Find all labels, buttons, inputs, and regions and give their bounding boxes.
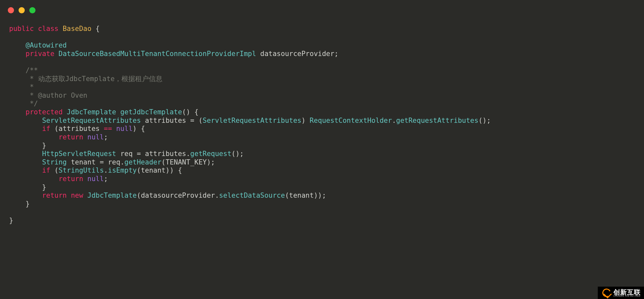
paren: ( <box>161 158 166 166</box>
type: DataSourceBasedMultiTenantConnectionProv… <box>59 50 256 58</box>
code-window: public class BaseDao { @Autowired privat… <box>0 0 644 299</box>
paren: (tenant)) { <box>137 166 182 174</box>
identifier: req <box>120 150 133 158</box>
brand-icon <box>602 289 611 297</box>
method-call: selectDataSource <box>219 192 285 199</box>
paren: (datasourceProvider. <box>137 192 219 199</box>
type: JdbcTemplate <box>83 192 137 199</box>
assign: = <box>186 117 199 124</box>
null-literal: null <box>87 133 104 141</box>
keyword-if: if <box>42 166 50 174</box>
identifier: attributes <box>145 117 186 124</box>
paren: ) <box>301 117 310 124</box>
keyword-class: class <box>38 25 59 33</box>
paren: ( <box>50 166 58 174</box>
watermark-subtext: CHUANG XIN HU LIAN <box>613 295 641 297</box>
method-call: isEmpty <box>108 166 137 174</box>
brace: } <box>26 200 30 208</box>
comment: * @author Oven <box>26 92 88 99</box>
paren: ( <box>199 117 203 124</box>
brace: } <box>42 183 46 191</box>
keyword-return: return <box>42 192 67 199</box>
dot: . <box>104 166 108 174</box>
traffic-lights <box>8 7 35 13</box>
mid: = attributes. <box>133 150 190 158</box>
comment: * 动态获取JdbcTemplate，根据租户信息 <box>26 75 163 83</box>
comment: */ <box>26 100 38 107</box>
identifier: attributes <box>59 125 100 133</box>
end: (); <box>478 117 491 124</box>
type: ServletRequestAttributes <box>203 117 301 124</box>
annotation: @Autowired <box>26 41 67 49</box>
keyword-public: public <box>9 25 34 33</box>
minimize-icon[interactable] <box>19 7 25 13</box>
paren: (tenant)); <box>285 192 326 199</box>
close-icon[interactable] <box>8 7 14 13</box>
operator: == <box>100 125 116 133</box>
identifier: datasourceProvider <box>260 50 334 58</box>
method-call: getRequestAttributes <box>396 117 479 124</box>
comment: /** <box>26 66 38 74</box>
watermark: 创新互联 CHUANG XIN HU LIAN <box>598 287 644 299</box>
type: String <box>42 158 67 166</box>
paren: ); <box>207 158 215 166</box>
brace: } <box>9 217 13 224</box>
parens: () <box>182 108 190 116</box>
paren: ) { <box>133 125 145 133</box>
brace: { <box>91 25 100 33</box>
method-call: getHeader <box>124 158 161 166</box>
null-literal: null <box>116 125 133 133</box>
null-literal: null <box>87 175 104 183</box>
end: (); <box>231 150 244 158</box>
keyword-if: if <box>42 125 50 133</box>
zoom-icon[interactable] <box>29 7 35 13</box>
keyword-new: new <box>71 192 83 199</box>
class-name: BaseDao <box>63 25 91 33</box>
keyword-return: return <box>59 175 83 183</box>
semicolon: ; <box>334 50 339 58</box>
keyword-return: return <box>59 133 83 141</box>
type: StringUtils <box>59 166 104 174</box>
semicolon: ; <box>104 175 108 183</box>
keyword-protected: protected <box>26 108 63 116</box>
type: HttpServletRequest <box>42 150 116 158</box>
mid: = req. <box>96 158 125 166</box>
method-name: getJdbcTemplate <box>120 108 182 116</box>
watermark-text: 创新互联 <box>613 289 641 295</box>
type: RequestContextHolder <box>310 117 392 124</box>
keyword-private: private <box>26 50 55 58</box>
method-call: getRequest <box>190 150 231 158</box>
identifier: tenant <box>71 158 96 166</box>
type: JdbcTemplate <box>67 108 116 116</box>
type: ServletRequestAttributes <box>42 117 141 124</box>
code-block: public class BaseDao { @Autowired privat… <box>9 25 635 225</box>
comment: * <box>26 83 34 91</box>
constant: TENANT_KEY <box>166 158 207 166</box>
brace: { <box>190 108 198 116</box>
semicolon: ; <box>104 133 108 141</box>
dot: . <box>392 117 396 124</box>
paren: ( <box>50 125 58 133</box>
brace: } <box>42 142 46 150</box>
